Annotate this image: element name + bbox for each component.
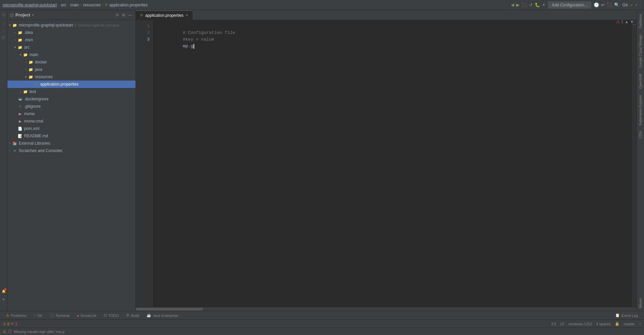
event-log-button[interactable]: 📋 Event Log [612, 313, 641, 318]
resources-folder-icon: 📁 [28, 75, 34, 79]
kubernetes-tab[interactable]: Kubernetes Explorer [638, 92, 643, 128]
tab-file-icon: ⚙ [140, 13, 143, 17]
tree-item-pomxml[interactable]: 📄 pom.xml [7, 125, 136, 132]
vcs-icon[interactable]: ⬡ [1, 34, 7, 40]
tree-item-gitignore[interactable]: ⑂ .gitignore [7, 103, 136, 110]
toolbar-icons: ◀ ▶ ⬛ ↺ 🐛 ▼ [511, 2, 545, 7]
tree-item-readme[interactable]: 📝 README.md [7, 132, 136, 140]
tree-item-src[interactable]: ▾ 📁 src [7, 44, 136, 51]
status-warning-icon: ⚠ [3, 322, 6, 326]
status-indent[interactable]: 4 spaces [596, 322, 611, 326]
add-configuration-button[interactable]: Add Configuration... [548, 2, 591, 8]
tree-item-mvnwcmd[interactable]: ▶ mvnw.cmd [7, 117, 136, 125]
sync-button[interactable]: ⟳ [115, 12, 120, 18]
caret-down-icon[interactable]: ▼ [630, 19, 634, 24]
line-num-3: 3 [136, 36, 150, 43]
terminal-label: Terminal [56, 314, 70, 318]
dropdown-icon[interactable]: ▼ [542, 3, 545, 7]
tab-app-properties[interactable]: ⚙ application.properties ✕ [136, 10, 193, 20]
code-line-1: # Configuration file [157, 23, 632, 30]
maven-tab[interactable]: Maven [638, 295, 643, 311]
test-label: test [30, 89, 36, 94]
tree-item-scratches[interactable]: › ✏ Scratches and Consoles [7, 147, 136, 154]
tree-item-test[interactable]: › 📁 test [7, 88, 136, 95]
favorites-icon[interactable]: ★ [1, 296, 7, 302]
problems-label: Problems [11, 314, 26, 318]
terminal-tab[interactable]: ⬛ Terminal [46, 313, 73, 318]
status-position[interactable]: 3:5 [551, 322, 556, 326]
clock-icon[interactable]: 🕐 [594, 2, 599, 7]
tab-close-button[interactable]: ✕ [185, 13, 188, 17]
project-panel-header: ◫ Project ▾ ⟳ ⚙ — [7, 10, 136, 20]
mvn-label: .mvn [24, 38, 33, 42]
git-tab[interactable]: ⑂ Git [30, 313, 45, 318]
breadcrumb-file: ⚙ application.properties [105, 3, 148, 7]
tree-item-dockerignore[interactable]: 🐳 .dockerignore [7, 95, 136, 103]
breadcrumb-project[interactable]: microprofile-graphql-quickstart [3, 3, 57, 7]
cdn-tab[interactable]: CDN [638, 129, 643, 141]
panel-chevron-icon[interactable]: ▾ [32, 13, 34, 17]
sonarlint-tab[interactable]: ● SonarLint [73, 313, 100, 318]
breadcrumb-main[interactable]: main [70, 3, 79, 7]
caret-up-icon[interactable]: ▲ [625, 19, 629, 24]
run-toolbar-icon[interactable]: ▶ [516, 2, 520, 7]
repo-icon[interactable]: ⬛ [607, 2, 612, 7]
tree-item-docker[interactable]: › 📁 docker [7, 58, 136, 66]
editor-content[interactable]: 1 2 3 # Configuration file #key = value … [136, 20, 637, 307]
git-push-icon[interactable]: ↑ [639, 3, 641, 7]
search-toolbar-icon[interactable]: 🔍 [614, 2, 620, 7]
readme-icon: 📝 [17, 134, 23, 138]
commit-icon[interactable]: ⑂ [1, 21, 7, 27]
status-encoding[interactable]: LF [560, 322, 565, 326]
file-icon: ⚙ [105, 3, 108, 7]
java-label: java [35, 67, 42, 72]
tree-item-mvnw[interactable]: ▶ mvnw [7, 110, 136, 117]
tree-item-mvn[interactable]: › 📁 .mvn [7, 36, 136, 44]
readme-label: README.md [24, 134, 48, 138]
java-enterprise-tab[interactable]: ☕ Java Enterprise [143, 313, 181, 318]
status-problems[interactable]: ⚠ 0 ✕ 1 [3, 322, 17, 326]
settings-button[interactable]: ⚙ [121, 12, 126, 18]
database-tab[interactable]: Database [638, 11, 643, 31]
properties-file-icon: ⚙ [34, 82, 39, 87]
build-tab[interactable]: ⚙ Build [123, 313, 142, 318]
status-vcs[interactable]: master [624, 322, 635, 326]
breadcrumb: microprofile-graphql-quickstart › src › … [3, 3, 148, 7]
status-error-icon: ✕ [11, 322, 14, 326]
notification-badge: ! [4, 288, 7, 291]
breadcrumb-src[interactable]: src [61, 3, 66, 7]
notifications-icon[interactable]: 🔔 ! [1, 288, 7, 294]
openshift-tab[interactable]: OpenShift [638, 71, 643, 91]
undo-icon[interactable]: ↩ [601, 2, 605, 7]
git-check-icon[interactable]: ✓ [630, 3, 633, 7]
tree-item-java[interactable]: › 📁 java [7, 66, 136, 73]
code-area[interactable]: # Configuration file #key = value mp.g [153, 20, 632, 307]
tree-item-external-libs[interactable]: › 📚 External Libraries [7, 140, 136, 147]
mvn-folder-icon: 📁 [17, 38, 23, 42]
tree-item-idea[interactable]: › 📁 .idea [7, 29, 136, 36]
main-folder-icon: 📁 [23, 53, 28, 57]
horizontal-scrollbar[interactable] [136, 307, 637, 311]
minimize-button[interactable]: — [127, 12, 133, 18]
gitignore-icon: ⑂ [17, 104, 23, 108]
tree-item-resources[interactable]: ▾ 📁 resources [7, 73, 136, 81]
h-scroll-thumb[interactable] [136, 308, 203, 310]
tree-item-main[interactable]: ▾ 📁 main [7, 51, 136, 58]
stop-icon[interactable]: ⬛ [522, 2, 527, 7]
debug-run-icon[interactable]: 🐛 [535, 2, 540, 7]
todo-tab[interactable]: ☑ TODO [100, 313, 122, 318]
title-right: ◀ ▶ ⬛ ↺ 🐛 ▼ Add Configuration... 🕐 ↩ ⬛ 🔍… [511, 2, 641, 8]
status-charset[interactable]: windows-1252 [569, 322, 592, 326]
problems-tab[interactable]: ⚠ Problems [3, 313, 30, 318]
git-tick-icon[interactable]: ✓ [635, 3, 638, 7]
breadcrumb-resources[interactable]: resources [83, 3, 101, 7]
rerun-icon[interactable]: ↺ [529, 2, 533, 7]
pull-request-icon[interactable]: ↕ [1, 28, 7, 34]
project-view-icon[interactable]: ◫ [1, 11, 7, 17]
back-icon[interactable]: ◀ [511, 2, 514, 7]
right-toolbar-icons: 🕐 ↩ ⬛ 🔍 [594, 2, 620, 7]
tree-root[interactable]: ▾ 📁 microprofile-graphql-quickstart C:\w… [7, 21, 136, 29]
google-cloud-tab[interactable]: Google Cloud Storage [638, 32, 643, 70]
tree-item-app-properties[interactable]: ⚙ application.properties [7, 81, 136, 88]
line-num-2: 2 [136, 30, 150, 36]
